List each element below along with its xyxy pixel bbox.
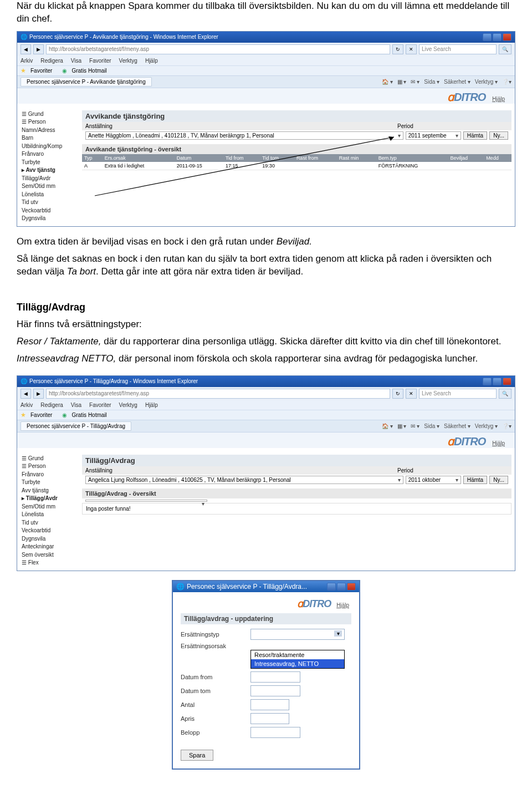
maximize-icon[interactable] — [493, 33, 502, 41]
menu-item[interactable]: Arkiv — [21, 402, 33, 408]
star-icon[interactable]: ★ — [21, 411, 26, 419]
toolbar-item[interactable]: Säkerhet ▾ — [444, 423, 470, 429]
maximize-icon[interactable] — [493, 378, 502, 385]
sidebar-item[interactable]: Dygnsvila — [21, 535, 79, 543]
menu-item[interactable]: Verktyg — [119, 58, 137, 64]
close-icon[interactable] — [503, 378, 511, 385]
feed-icon[interactable]: ▦ ▾ — [397, 79, 407, 85]
favorites-label[interactable]: Favoriter — [30, 412, 52, 418]
filter-select[interactable] — [85, 500, 207, 502]
employment-select[interactable]: Anette Häggblom , Löneadmi , 4101218 , T… — [85, 131, 403, 140]
minimize-icon[interactable] — [483, 33, 492, 41]
sidebar-item[interactable]: Tid utv — [21, 198, 79, 207]
favorite-link[interactable]: Gratis Hotmail — [71, 412, 106, 418]
menu-item[interactable]: Redigera — [40, 402, 63, 408]
refresh-button[interactable]: ↻ — [392, 44, 403, 54]
stop-button[interactable]: ✕ — [406, 389, 417, 399]
toolbar-item[interactable]: Säkerhet ▾ — [444, 79, 470, 85]
favorites-label[interactable]: Favoriter — [30, 68, 52, 74]
sidebar-item[interactable]: ☰ Person — [21, 462, 79, 471]
fetch-button[interactable]: Hämta — [463, 476, 487, 484]
menu-item[interactable]: Favoriter — [89, 58, 111, 64]
back-button[interactable]: ◀ — [21, 44, 31, 54]
browser-tab[interactable]: Personec självservice P - Avvikande tjän… — [21, 77, 152, 86]
help-link[interactable]: Hjälp — [492, 96, 505, 102]
close-icon[interactable] — [503, 33, 511, 41]
sidebar-item[interactable]: Tid utv — [21, 519, 79, 527]
menu-item[interactable]: Redigera — [40, 58, 63, 64]
sidebar-item[interactable]: Dygnsvila — [21, 215, 79, 223]
amount-input[interactable] — [250, 727, 300, 738]
sidebar-item[interactable]: ☰ Grund — [21, 110, 79, 119]
home-icon[interactable]: 🏠 ▾ — [382, 79, 393, 85]
price-input[interactable] — [250, 713, 289, 724]
toolbar-item[interactable]: Sida ▾ — [424, 423, 439, 429]
date-to-input[interactable] — [250, 685, 300, 696]
sidebar-item[interactable]: Frånvaro — [21, 471, 79, 479]
sidebar-item-active[interactable]: ▸ Avv tjänstg — [21, 166, 79, 175]
search-button[interactable]: 🔍 — [499, 389, 511, 399]
sidebar-item[interactable]: Frånvaro — [21, 150, 79, 159]
date-from-input[interactable] — [250, 671, 300, 683]
search-input[interactable]: Live Search — [419, 44, 497, 54]
help-icon[interactable]: ❔▾ — [502, 79, 511, 85]
url-input[interactable]: http://brooks/arbetstagaretest/f/meny.as… — [46, 44, 390, 54]
help-icon[interactable]: ❔▾ — [502, 423, 511, 429]
help-link[interactable]: Hjälp — [336, 602, 349, 608]
period-select[interactable]: 2011 septembe — [406, 131, 461, 140]
minimize-icon[interactable] — [327, 583, 336, 591]
minimize-icon[interactable] — [483, 378, 492, 385]
forward-button[interactable]: ▶ — [33, 389, 44, 399]
help-link[interactable]: Hjälp — [492, 440, 505, 446]
close-icon[interactable] — [347, 583, 356, 591]
save-button[interactable]: Spara — [181, 750, 213, 761]
url-input[interactable]: http://brooks/arbetstagaretest/f/meny.as… — [46, 389, 390, 399]
menu-item[interactable]: Favoriter — [89, 402, 111, 408]
back-button[interactable]: ◀ — [21, 389, 31, 399]
menu-item[interactable]: Visa — [71, 58, 81, 64]
sidebar-item[interactable]: Lönelista — [21, 511, 79, 519]
feed-icon[interactable]: ▦ ▾ — [397, 423, 407, 429]
sidebar-item[interactable]: Veckoarbtid — [21, 207, 79, 215]
sidebar-item[interactable]: Sem/Otid mm — [21, 182, 79, 191]
toolbar-item[interactable]: Sida ▾ — [424, 79, 439, 85]
menu-item[interactable]: Verktyg — [119, 402, 137, 408]
menu-item[interactable]: Hjälp — [145, 402, 158, 408]
sidebar-item[interactable]: Veckoarbtid — [21, 527, 79, 535]
menu-item[interactable]: Visa — [71, 402, 81, 408]
maximize-icon[interactable] — [337, 583, 346, 591]
sidebar-item-active[interactable]: ▸ Tillägg/Avdr — [21, 495, 79, 503]
sidebar-item[interactable]: ☰ Grund — [21, 455, 79, 463]
dropdown-option-selected[interactable]: Intresseavdrag, NETTO — [251, 659, 344, 668]
quantity-input[interactable] — [250, 699, 289, 710]
search-input[interactable]: Live Search — [419, 389, 497, 399]
sidebar-item[interactable]: Tillägg/Avdr — [21, 175, 79, 183]
sidebar-item[interactable]: Anteckningar — [21, 543, 79, 551]
favorite-link[interactable]: Gratis Hotmail — [71, 68, 106, 74]
star-icon[interactable]: ★ — [21, 67, 26, 74]
new-button[interactable]: Ny... — [489, 131, 508, 140]
toolbar-item[interactable]: Verktyg ▾ — [475, 423, 498, 429]
sidebar-item[interactable]: Sem/Otid mm — [21, 503, 79, 511]
home-icon[interactable]: 🏠 ▾ — [382, 423, 393, 429]
type-select[interactable] — [250, 629, 345, 640]
employment-select[interactable]: Angelica Ljung Rolfsson , Löneadmi , 410… — [85, 476, 403, 484]
sidebar-item[interactable]: Barn — [21, 134, 79, 142]
sidebar-item[interactable]: Turbyte — [21, 479, 79, 487]
menu-item[interactable]: Hjälp — [145, 58, 158, 64]
stop-button[interactable]: ✕ — [406, 44, 417, 54]
sidebar-item[interactable]: Avv tjänstg — [21, 487, 79, 495]
browser-tab[interactable]: Personec självservice P - Tillägg/Avdrag — [21, 421, 131, 431]
period-select[interactable]: 2011 oktober — [406, 476, 461, 484]
sidebar-item[interactable]: Namn/Adress — [21, 126, 79, 135]
search-button[interactable]: 🔍 — [499, 44, 511, 54]
sidebar-item[interactable]: Utbildning/Komp — [21, 142, 79, 151]
menu-item[interactable]: Arkiv — [21, 58, 33, 64]
toolbar-item[interactable]: Verktyg ▾ — [475, 79, 498, 85]
sidebar-item[interactable]: Lönelista — [21, 191, 79, 199]
sidebar-item[interactable]: ☰ Person — [21, 118, 79, 126]
new-button[interactable]: Ny... — [489, 476, 508, 484]
sidebar-item[interactable]: ☰ Flex — [21, 559, 79, 567]
sidebar-item[interactable]: Sem översikt — [21, 551, 79, 559]
forward-button[interactable]: ▶ — [33, 44, 44, 54]
